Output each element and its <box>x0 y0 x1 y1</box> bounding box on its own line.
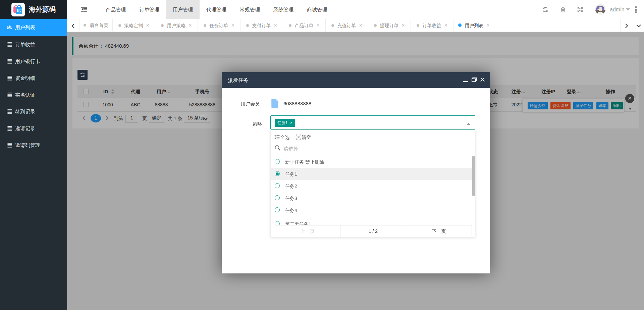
svg-text:$: $ <box>18 9 19 12</box>
